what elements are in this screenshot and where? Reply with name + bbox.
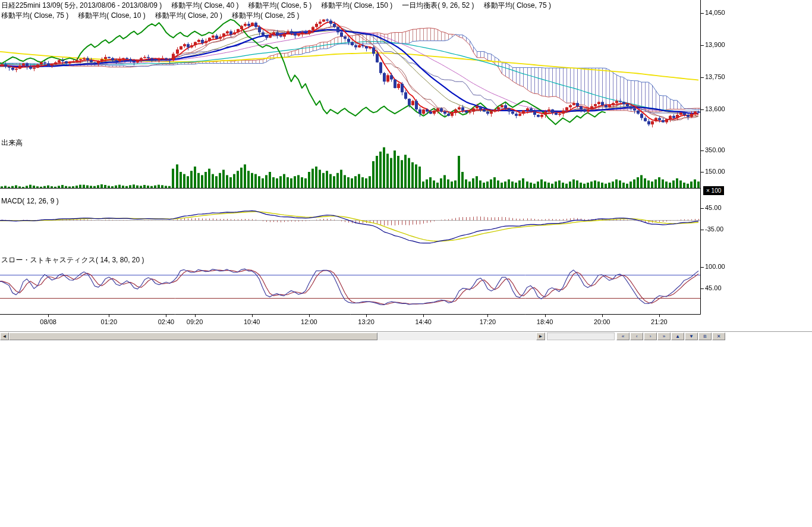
time-axis-label: 14:40 bbox=[405, 318, 441, 325]
y-axis-label: 100.00 bbox=[705, 263, 725, 270]
time-axis-label: 21:20 bbox=[641, 318, 677, 325]
y-axis-label: 45.00 bbox=[705, 284, 722, 291]
time-axis-label: 01:20 bbox=[91, 318, 127, 325]
time-axis-label: 13:20 bbox=[348, 318, 384, 325]
y-axis-label: 13,600 bbox=[705, 105, 725, 112]
secondary-scrollbar-track[interactable] bbox=[547, 332, 615, 340]
stochastics-pane-label: スロー・ストキャスティクス( 14, 3, 80, 20 ) bbox=[1, 255, 144, 265]
legend-row-2: 移動平均( Close, 75 ) 移動平均( Close, 10 ) 移動平均… bbox=[1, 11, 299, 21]
time-axis-label: 09:20 bbox=[177, 318, 213, 325]
chart-bottom-bar: ◄ ► «‹›»▲▼B✕ bbox=[0, 331, 812, 341]
legend-ma20: 移動平均( Close, 20 ) bbox=[155, 11, 222, 21]
step-right-button[interactable]: › bbox=[644, 332, 657, 340]
legend-ma150: 移動平均( Close, 150 ) bbox=[321, 1, 392, 11]
y-axis-label: 13,750 bbox=[705, 73, 725, 80]
y-axis-label: 150.00 bbox=[705, 168, 725, 175]
legend-ma25: 移動平均( Close, 25 ) bbox=[232, 11, 299, 21]
time-axis-label: 17:20 bbox=[470, 318, 505, 325]
box-mode-button[interactable]: B bbox=[698, 332, 712, 340]
close-chart-button[interactable]: ✕ bbox=[712, 332, 725, 340]
volume-unit-badge: × 100 bbox=[703, 186, 724, 195]
y-axis-label: 350.00 bbox=[705, 146, 725, 153]
y-axis-label: 14,050 bbox=[705, 9, 725, 16]
scrollbar-right-arrow[interactable]: ► bbox=[536, 332, 545, 340]
volume-pane-label: 出来高 bbox=[1, 138, 23, 148]
time-axis-label: 20:00 bbox=[584, 318, 620, 325]
chart-application: 日経225mini 13/09( 5分, 2013/08/06 - 2013/0… bbox=[0, 0, 812, 527]
legend-ma40: 移動平均( Close, 40 ) bbox=[171, 1, 238, 11]
legend-ma10: 移動平均( Close, 10 ) bbox=[78, 11, 145, 21]
scrollbar-thumb[interactable] bbox=[9, 332, 377, 340]
chart-canvas[interactable] bbox=[0, 0, 731, 331]
step-left-button[interactable]: ‹ bbox=[630, 332, 643, 340]
time-axis-label: 18:40 bbox=[527, 318, 563, 325]
page-right-button[interactable]: » bbox=[657, 332, 671, 340]
time-axis-label: 10:40 bbox=[234, 318, 270, 325]
macd-pane-label: MACD( 12, 26, 9 ) bbox=[1, 197, 59, 205]
scale-down-button[interactable]: ▼ bbox=[685, 332, 698, 340]
time-axis-label: 08/08 bbox=[30, 318, 66, 325]
scale-up-button[interactable]: ▲ bbox=[671, 332, 684, 340]
legend-row-1: 日経225mini 13/09( 5分, 2013/08/06 - 2013/0… bbox=[1, 1, 551, 11]
legend-ma5: 移動平均( Close, 5 ) bbox=[248, 1, 312, 11]
scrollbar-track[interactable] bbox=[9, 332, 536, 340]
chart-toolbar: «‹›»▲▼B✕ bbox=[616, 332, 725, 340]
y-axis-label: 45.00 bbox=[705, 204, 722, 211]
page-left-button[interactable]: « bbox=[616, 332, 630, 340]
scrollbar-left-arrow[interactable]: ◄ bbox=[0, 332, 9, 340]
chart-title: 日経225mini 13/09( 5分, 2013/08/06 - 2013/0… bbox=[1, 1, 162, 11]
y-axis-label: 13,900 bbox=[705, 41, 725, 48]
time-axis-label: 12:00 bbox=[291, 318, 327, 325]
legend-ma75-2: 移動平均( Close, 75 ) bbox=[1, 11, 68, 21]
legend-ma75: 移動平均( Close, 75 ) bbox=[484, 1, 551, 11]
legend-ichimoku: 一目均衡表( 9, 26, 52 ) bbox=[402, 1, 474, 11]
y-axis-label: -35.00 bbox=[705, 225, 723, 233]
